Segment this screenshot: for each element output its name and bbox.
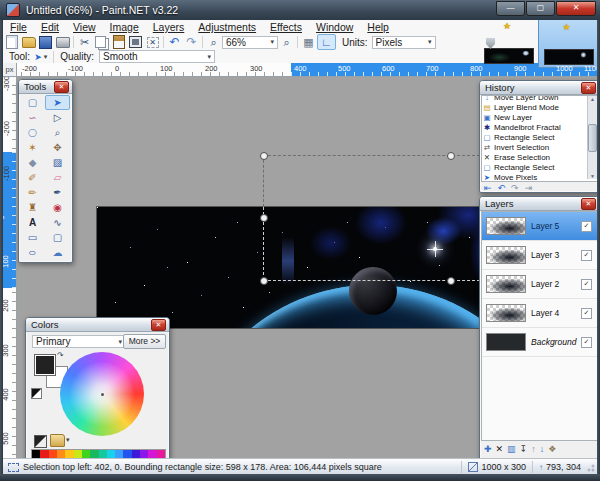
tool-rectangle[interactable]: ▭ [20,230,45,245]
menu-window[interactable]: Window [316,21,353,33]
menu-help[interactable]: Help [367,21,389,33]
new-button[interactable] [3,35,20,49]
history-palette-titlebar[interactable]: History ✕ [480,81,599,95]
selection-handle[interactable] [447,152,455,160]
units-combo[interactable]: Pixels ▾ [372,36,436,49]
save-button[interactable] [37,35,54,49]
resize-grip[interactable] [587,462,595,472]
selection-handle[interactable] [447,277,455,285]
tool-line-curve[interactable]: ∿ [45,215,70,230]
tool-pan[interactable]: ✥ [45,140,70,155]
maximize-button[interactable]: ▢ [526,1,555,16]
history-item[interactable]: ▣New Layer [482,112,597,122]
delete-layer-button[interactable]: ✕ [496,444,504,454]
rewind-button[interactable]: ⇤ [484,183,492,193]
layer-visibility-checkbox[interactable]: ✓ [581,337,592,348]
move-layer-down-button[interactable]: ↓ [540,444,545,454]
history-item[interactable]: ✕Erase Selection [482,152,597,162]
history-item[interactable]: ⇄Invert Selection [482,142,597,152]
menu-edit[interactable]: Edit [41,21,59,33]
history-item[interactable]: ▢Rectangle Select [482,162,597,172]
close-icon[interactable]: ✕ [581,198,596,210]
tool-ellipse[interactable]: ○ [20,245,45,260]
redo-button[interactable]: ↷ [183,35,200,49]
colors-palette-titlebar[interactable]: Colors ✕ [26,318,169,332]
reset-colors-icon[interactable] [31,388,42,399]
close-button[interactable]: ✕ [556,1,596,16]
tool-pencil[interactable]: ✏ [20,185,45,200]
layer-visibility-checkbox[interactable]: ✓ [581,221,592,232]
layer-properties-button[interactable]: ❖ [548,444,556,454]
image-tab-2-selected[interactable]: ★ [538,15,599,68]
copy-button[interactable] [93,35,110,49]
history-item[interactable]: ↓Move Layer Down [482,95,597,102]
duplicate-layer-button[interactable]: ▥ [507,444,516,454]
tool-move-selection[interactable]: ▷ [45,110,70,125]
layers-palette-titlebar[interactable]: Layers ✕ [480,197,599,211]
history-item[interactable]: ▤Layer Blend Mode [482,102,597,112]
tools-palette-titlebar[interactable]: Tools ✕ [19,80,72,94]
more-button[interactable]: More >> [123,334,166,349]
menu-file[interactable]: File [10,21,27,33]
tool-lasso-select[interactable]: ∽ [20,110,45,125]
menu-effects[interactable]: Effects [270,21,302,33]
history-scrollbar[interactable]: ▲ ▼ [587,96,597,179]
fast-forward-button[interactable]: ⇥ [525,183,533,193]
minimize-button[interactable]: — [496,1,525,16]
layer-row-background[interactable]: Background ✓ [482,328,597,357]
grid-toggle[interactable]: ▦ [300,35,317,49]
layer-visibility-checkbox[interactable]: ✓ [581,250,592,261]
layer-row-layer4[interactable]: Layer 4 ✓ [482,299,597,328]
tool-eraser[interactable]: ▱ [45,170,70,185]
menu-view[interactable]: View [73,21,96,33]
zoom-combo[interactable]: 66% ▾ [222,36,278,49]
layer-row-layer5[interactable]: Layer 5 ✓ [482,212,597,241]
paste-button[interactable] [110,35,127,49]
tool-freeform-shape[interactable]: ☁ [45,245,70,260]
zoom-out-button[interactable]: ⌕ [205,35,222,49]
tool-zoom[interactable]: ⌕ [45,125,70,140]
chevron-down-icon[interactable]: ▾ [44,53,48,61]
black-white-icon[interactable] [34,435,47,448]
selection-handle[interactable] [260,214,268,222]
close-icon[interactable]: ✕ [151,319,166,331]
layer-visibility-checkbox[interactable]: ✓ [581,279,592,290]
history-item[interactable]: ✱Mandelbrot Fractal [482,122,597,132]
tool-paintbrush[interactable]: ✐ [20,170,45,185]
cut-button[interactable]: ✂ [76,35,93,49]
open-button[interactable] [20,35,37,49]
menu-image[interactable]: Image [110,21,139,33]
tool-rectangle-select[interactable]: ▢ [20,95,45,110]
redo-button[interactable]: ↷ [511,183,519,193]
tool-paint-bucket[interactable]: ◆ [20,155,45,170]
deselect-button[interactable]: ✕ [144,35,161,49]
primary-color-swatch[interactable] [34,354,56,376]
tool-color-picker[interactable]: ✒ [45,185,70,200]
close-icon[interactable]: ✕ [581,82,596,94]
quality-combo[interactable]: Smooth ▾ [99,50,215,63]
menu-layers[interactable]: Layers [153,21,185,33]
tool-ellipse-select[interactable]: ◯ [20,125,45,140]
tool-move-selected-pixels[interactable]: ➤ [45,95,70,110]
scroll-down-icon[interactable]: ▼ [590,173,595,179]
color-mode-combo[interactable]: Primary ▾ [32,335,126,348]
tool-recolor[interactable]: ◉ [45,200,70,215]
undo-button[interactable]: ↶ [166,35,183,49]
layer-row-layer3[interactable]: Layer 3 ✓ [482,241,597,270]
menu-adjustments[interactable]: Adjustments [198,21,256,33]
zoom-in-button[interactable]: ⌕ [278,35,295,49]
chevron-down-icon[interactable]: ▾ [66,436,70,444]
tool-text[interactable]: A [20,215,45,230]
swap-colors-icon[interactable]: ↷ [57,351,64,360]
tool-clone-stamp[interactable]: ♜ [20,200,45,215]
layer-visibility-checkbox[interactable]: ✓ [581,308,592,319]
undo-button[interactable]: ↶ [498,183,506,193]
crop-button[interactable] [127,35,144,49]
tool-rounded-rectangle[interactable]: ▢ [45,230,70,245]
selection-handle[interactable] [260,277,268,285]
selection-handle[interactable] [260,152,268,160]
history-item[interactable]: ▢Rectangle Select [482,132,597,142]
scrollbar-thumb[interactable] [588,124,597,152]
move-layer-up-button[interactable]: ↑ [531,444,536,454]
layer-row-layer2[interactable]: Layer 2 ✓ [482,270,597,299]
